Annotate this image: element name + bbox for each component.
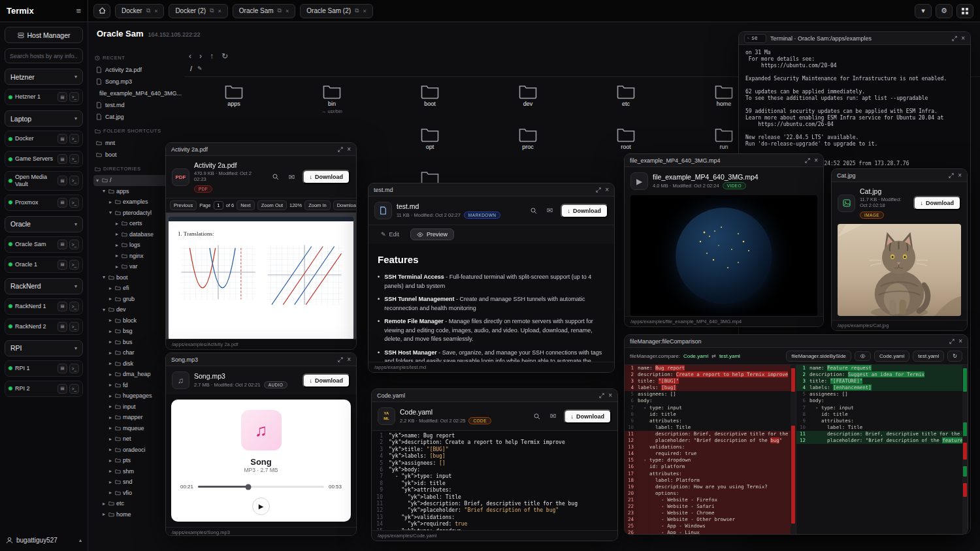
- right-file-button[interactable]: test.yaml: [913, 351, 944, 362]
- tree-chevron-icon[interactable]: ▸: [108, 317, 113, 323]
- tree-chevron-icon[interactable]: ▸: [108, 468, 113, 474]
- tree-chevron-icon[interactable]: ▸: [108, 447, 113, 452]
- tab[interactable]: Docker (2) ⧉ ×: [169, 4, 227, 18]
- close-icon[interactable]: ×: [961, 35, 965, 42]
- download-button[interactable]: ↓Download: [302, 373, 351, 388]
- recent-file-item[interactable]: Activity 2a.pdf: [93, 64, 182, 76]
- host-manager-button[interactable]: Host Manager: [5, 27, 83, 43]
- host-files-button[interactable]: ▤: [57, 322, 67, 332]
- host-terminal-button[interactable]: >_: [69, 198, 79, 208]
- host-group-header[interactable]: Oracle ▾: [5, 216, 83, 232]
- host-terminal-button[interactable]: >_: [69, 260, 79, 270]
- code-content[interactable]: 1"yk">name: Bug report 2"yk">description…: [372, 430, 617, 530]
- toggle-view-button[interactable]: [855, 351, 871, 361]
- grid-folder[interactable]: dev: [479, 81, 577, 121]
- expand-icon[interactable]: [952, 36, 957, 41]
- diff-right-pane[interactable]: 1name: Feature request 2description: Sug…: [796, 365, 968, 534]
- host-terminal-button[interactable]: >_: [69, 240, 79, 249]
- seek-thumb[interactable]: [246, 484, 252, 490]
- host-terminal-button[interactable]: >_: [69, 176, 79, 185]
- host-item[interactable]: Oracle 1 ▤ >_: [5, 257, 83, 273]
- close-icon[interactable]: ×: [347, 356, 351, 363]
- user-footer[interactable]: bugattiguy527 ▴: [5, 534, 83, 546]
- tree-chevron-icon[interactable]: ▸: [108, 371, 113, 377]
- terminal-search-input[interactable]: [751, 35, 763, 41]
- tree-chevron-icon[interactable]: ▸: [108, 339, 113, 345]
- tree-chevron-icon[interactable]: ▸: [101, 501, 106, 507]
- host-search-input[interactable]: [5, 48, 83, 63]
- tree-chevron-icon[interactable]: ▾: [101, 188, 106, 194]
- image-titlebar[interactable]: Cat.jpg ×: [832, 169, 967, 182]
- terminal-titlebar[interactable]: Terminal · Oracle Sam:/apps/examples ×: [739, 32, 970, 45]
- host-terminal-button[interactable]: >_: [69, 364, 79, 373]
- download-button[interactable]: ↓Download: [564, 409, 612, 424]
- tree-chevron-icon[interactable]: ▸: [108, 285, 113, 291]
- mail-icon[interactable]: ✉: [547, 411, 559, 422]
- tree-chevron-icon[interactable]: ▸: [114, 221, 120, 227]
- breadcrumb-path[interactable]: /: [190, 65, 192, 72]
- menu-icon[interactable]: ≡: [76, 6, 81, 16]
- tree-chevron-icon[interactable]: ▸: [108, 382, 113, 388]
- host-item[interactable]: Game Servers ▤ >_: [5, 151, 83, 167]
- file-comparison-window[interactable]: fileManager:fileComparison × fileManager…: [624, 334, 968, 535]
- pdf-titlebar[interactable]: Activity 2a.pdf ×: [166, 143, 356, 156]
- expand-icon[interactable]: [338, 357, 343, 362]
- search-icon[interactable]: [531, 411, 543, 422]
- tree-chevron-icon[interactable]: ▸: [108, 393, 113, 399]
- host-item[interactable]: Oracle Sam ▤ >_: [5, 236, 83, 253]
- expand-icon[interactable]: [596, 187, 601, 193]
- close-icon[interactable]: ×: [218, 8, 221, 14]
- markdown-window[interactable]: test.md × test.md 11 KB · Modified: Oct …: [368, 183, 615, 373]
- tree-chevron-icon[interactable]: ▸: [108, 479, 113, 485]
- tab[interactable]: Oracle Sam (2) ⧉ ×: [300, 4, 373, 18]
- host-files-button[interactable]: ▤: [57, 364, 67, 373]
- host-terminal-button[interactable]: >_: [69, 384, 79, 394]
- pdf-window[interactable]: Activity 2a.pdf × PDF Activity 2a.pdf 47…: [165, 142, 357, 350]
- previous-page-button[interactable]: Previous: [170, 200, 197, 210]
- code-titlebar[interactable]: Code.yaml ×: [372, 389, 617, 402]
- host-files-button[interactable]: ▤: [57, 240, 67, 249]
- host-group-header[interactable]: RackNerd ▾: [5, 278, 83, 294]
- host-terminal-button[interactable]: >_: [69, 302, 79, 311]
- grid-folder[interactable]: boot: [381, 81, 479, 121]
- host-item[interactable]: RackNerd 2 ▤ >_: [5, 319, 83, 335]
- host-files-button[interactable]: ▤: [57, 384, 67, 394]
- forward-button[interactable]: ›: [199, 52, 202, 61]
- tab[interactable]: Docker ⧉ ×: [115, 4, 164, 18]
- host-group-header[interactable]: RPI ▾: [5, 340, 83, 356]
- host-group-header[interactable]: Laptop ▾: [5, 110, 83, 127]
- expand-icon[interactable]: [338, 147, 343, 152]
- recent-file-item[interactable]: Cat.jpg: [93, 111, 182, 123]
- refresh-compare-button[interactable]: ↻: [947, 351, 962, 362]
- tree-chevron-icon[interactable]: ▸: [108, 415, 113, 420]
- tree-chevron-icon[interactable]: ▸: [108, 350, 113, 356]
- host-files-button[interactable]: ▤: [57, 92, 67, 102]
- host-terminal-button[interactable]: >_: [69, 92, 79, 102]
- download-button[interactable]: ↓Download: [561, 204, 609, 218]
- tree-chevron-icon[interactable]: ▸: [114, 253, 120, 259]
- grid-folder[interactable]: opt: [381, 124, 479, 165]
- host-terminal-button[interactable]: >_: [69, 134, 79, 144]
- tree-chevron-icon[interactable]: ▸: [108, 458, 113, 464]
- markdown-preview[interactable]: Features • SSH Terminal Access - Full-fe…: [368, 244, 614, 362]
- video-player[interactable]: [630, 195, 817, 316]
- diff-left-pane[interactable]: 1name: Bug report 2description: Create a…: [625, 365, 796, 534]
- split-icon[interactable]: ⧉: [210, 7, 214, 14]
- swap-icon[interactable]: ⇄: [711, 353, 716, 359]
- download-button[interactable]: ↓Download: [913, 196, 962, 210]
- grid-layout-button[interactable]: [956, 4, 973, 18]
- zoom-in-button[interactable]: Zoom In: [304, 200, 331, 210]
- host-item[interactable]: Docker ▤ >_: [5, 131, 83, 147]
- pdf-viewer[interactable]: 1. Translations:: [166, 213, 356, 339]
- comparison-titlebar[interactable]: fileManager:fileComparison ×: [625, 335, 968, 348]
- code-window[interactable]: Code.yaml × YAML Code.yaml 2.2 KB · Modi…: [371, 388, 618, 541]
- tree-chevron-icon[interactable]: ▸: [108, 360, 113, 366]
- recent-file-item[interactable]: test.md: [93, 99, 182, 111]
- tree-chevron-icon[interactable]: ▸: [108, 436, 113, 442]
- tree-chevron-icon[interactable]: ▾: [108, 210, 113, 215]
- close-icon[interactable]: ×: [347, 146, 351, 153]
- image-window[interactable]: Cat.jpg × Cat.jpg 11.7 KB · Modified: Oc…: [831, 168, 968, 331]
- tree-chevron-icon[interactable]: ▾: [101, 274, 106, 280]
- close-icon[interactable]: ×: [958, 338, 962, 345]
- close-icon[interactable]: ×: [286, 8, 289, 14]
